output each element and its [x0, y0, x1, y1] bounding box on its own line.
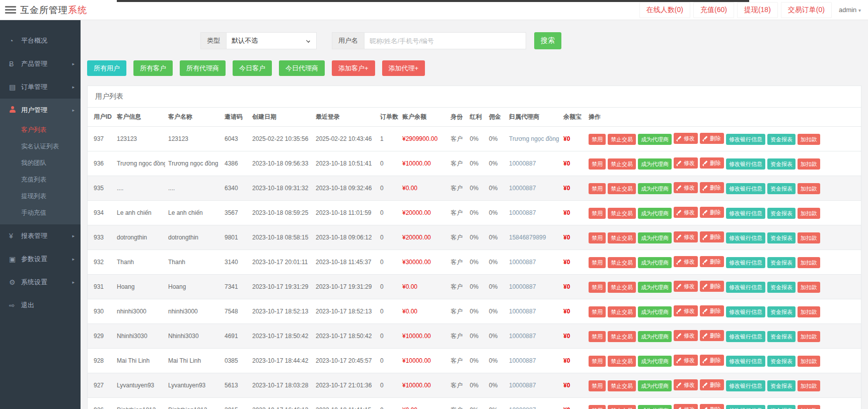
make-agent-button[interactable]: 成为代理商 [638, 183, 672, 194]
delete-button[interactable]: 删除 [700, 281, 724, 292]
recharge-link[interactable]: 充值(60) [693, 2, 734, 18]
delete-button[interactable]: 删除 [700, 256, 724, 267]
sidebar-item-parameters[interactable]: ▣参数设置▸ [0, 248, 81, 271]
add-agent-button[interactable]: 添加代理+ [382, 60, 425, 76]
disable-button[interactable]: 禁用 [589, 282, 606, 293]
today-customers-button[interactable]: 今日客户 [233, 60, 272, 76]
sidebar-item-products[interactable]: Ƀ产品管理▸ [0, 52, 81, 75]
edit-button[interactable]: 修改 [674, 330, 698, 341]
funds-report-button[interactable]: 资金报表 [767, 134, 795, 145]
sidebar-item-system[interactable]: ⚙系统设置▸ [0, 271, 81, 294]
delete-button[interactable]: 删除 [700, 404, 724, 409]
add-deduct-button[interactable]: 加扣款 [798, 183, 820, 194]
forbid-trade-button[interactable]: 禁止交易 [608, 158, 636, 170]
edit-bank-button[interactable]: 修改银行信息 [726, 405, 765, 409]
forbid-trade-button[interactable]: 禁止交易 [608, 405, 636, 409]
edit-button[interactable]: 修改 [674, 182, 698, 193]
add-deduct-button[interactable]: 加扣款 [798, 208, 820, 219]
edit-button[interactable]: 修改 [674, 281, 698, 292]
edit-button[interactable]: 修改 [674, 379, 698, 390]
forbid-trade-button[interactable]: 禁止交易 [608, 183, 636, 194]
add-deduct-button[interactable]: 加扣款 [798, 257, 820, 268]
forbid-trade-button[interactable]: 禁止交易 [608, 356, 636, 367]
all-customers-button[interactable]: 所有客户 [133, 60, 173, 76]
add-deduct-button[interactable]: 加扣款 [798, 158, 820, 170]
funds-report-button[interactable]: 资金报表 [767, 331, 795, 342]
today-agents-button[interactable]: 今日代理商 [279, 60, 325, 76]
edit-bank-button[interactable]: 修改银行信息 [726, 208, 765, 219]
sidebar-toggle-button[interactable] [5, 5, 16, 15]
funds-report-button[interactable]: 资金报表 [767, 183, 795, 194]
delete-button[interactable]: 删除 [700, 330, 724, 341]
disable-button[interactable]: 禁用 [589, 405, 606, 409]
disable-button[interactable]: 禁用 [589, 306, 606, 317]
make-agent-button[interactable]: 成为代理商 [638, 306, 672, 317]
disable-button[interactable]: 禁用 [589, 380, 606, 391]
admin-dropdown[interactable]: admin ▾ [839, 6, 861, 14]
make-agent-button[interactable]: 成为代理商 [638, 356, 672, 367]
funds-report-button[interactable]: 资金报表 [767, 257, 795, 268]
add-deduct-button[interactable]: 加扣款 [798, 356, 820, 367]
forbid-trade-button[interactable]: 禁止交易 [608, 380, 636, 391]
make-agent-button[interactable]: 成为代理商 [638, 405, 672, 409]
add-deduct-button[interactable]: 加扣款 [798, 134, 820, 145]
make-agent-button[interactable]: 成为代理商 [638, 380, 672, 391]
funds-report-button[interactable]: 资金报表 [767, 356, 795, 367]
delete-button[interactable]: 删除 [700, 231, 724, 242]
disable-button[interactable]: 禁用 [589, 134, 606, 145]
delete-button[interactable]: 删除 [700, 133, 724, 144]
sidebar-subitem-customer-list[interactable]: 客户列表 [0, 122, 81, 138]
funds-report-button[interactable]: 资金报表 [767, 306, 795, 317]
disable-button[interactable]: 禁用 [589, 331, 606, 342]
sidebar-subitem-recharge-list[interactable]: 充值列表 [0, 172, 81, 188]
make-agent-button[interactable]: 成为代理商 [638, 158, 672, 170]
edit-bank-button[interactable]: 修改银行信息 [726, 232, 765, 243]
trade-orders-link[interactable]: 交易订单(0) [781, 2, 832, 18]
withdraw-link[interactable]: 提现(18) [737, 2, 778, 18]
edit-bank-button[interactable]: 修改银行信息 [726, 282, 765, 293]
search-button[interactable]: 搜索 [534, 32, 561, 49]
funds-report-button[interactable]: 资金报表 [767, 405, 795, 409]
delete-button[interactable]: 删除 [700, 207, 724, 218]
add-customer-button[interactable]: 添加客户+ [332, 60, 375, 76]
delete-button[interactable]: 删除 [700, 355, 724, 366]
add-deduct-button[interactable]: 加扣款 [798, 282, 820, 293]
make-agent-button[interactable]: 成为代理商 [638, 208, 672, 219]
delete-button[interactable]: 删除 [700, 182, 724, 193]
edit-bank-button[interactable]: 修改银行信息 [726, 183, 765, 194]
make-agent-button[interactable]: 成为代理商 [638, 232, 672, 243]
sidebar-subitem-manual-recharge[interactable]: 手动充值 [0, 205, 81, 221]
forbid-trade-button[interactable]: 禁止交易 [608, 257, 636, 268]
edit-bank-button[interactable]: 修改银行信息 [726, 257, 765, 268]
all-users-button[interactable]: 所有用户 [87, 60, 126, 76]
edit-button[interactable]: 修改 [674, 404, 698, 409]
edit-bank-button[interactable]: 修改银行信息 [726, 356, 765, 367]
edit-button[interactable]: 修改 [674, 207, 698, 218]
make-agent-button[interactable]: 成为代理商 [638, 257, 672, 268]
edit-button[interactable]: 修改 [674, 133, 698, 144]
make-agent-button[interactable]: 成为代理商 [638, 282, 672, 293]
forbid-trade-button[interactable]: 禁止交易 [608, 232, 636, 243]
delete-button[interactable]: 删除 [700, 157, 724, 169]
edit-bank-button[interactable]: 修改银行信息 [726, 158, 765, 170]
funds-report-button[interactable]: 资金报表 [767, 208, 795, 219]
type-filter-select[interactable]: 默认不选 [226, 32, 317, 49]
sidebar-item-reports[interactable]: ¥报表管理▸ [0, 224, 81, 248]
funds-report-button[interactable]: 资金报表 [767, 232, 795, 243]
add-deduct-button[interactable]: 加扣款 [798, 331, 820, 342]
edit-button[interactable]: 修改 [674, 256, 698, 267]
make-agent-button[interactable]: 成为代理商 [638, 331, 672, 342]
add-deduct-button[interactable]: 加扣款 [798, 232, 820, 243]
sidebar-subitem-withdraw-list[interactable]: 提现列表 [0, 188, 81, 205]
edit-button[interactable]: 修改 [674, 231, 698, 242]
forbid-trade-button[interactable]: 禁止交易 [608, 306, 636, 317]
online-count-link[interactable]: 在线人数(0) [639, 2, 690, 18]
all-agents-button[interactable]: 所有代理商 [180, 60, 226, 76]
sidebar-subitem-realname-list[interactable]: 实名认证列表 [0, 138, 81, 155]
add-deduct-button[interactable]: 加扣款 [798, 380, 820, 391]
forbid-trade-button[interactable]: 禁止交易 [608, 134, 636, 145]
sidebar-item-logout[interactable]: ⇨退出 [0, 294, 81, 317]
delete-button[interactable]: 删除 [700, 305, 724, 316]
edit-button[interactable]: 修改 [674, 305, 698, 316]
disable-button[interactable]: 禁用 [589, 356, 606, 367]
